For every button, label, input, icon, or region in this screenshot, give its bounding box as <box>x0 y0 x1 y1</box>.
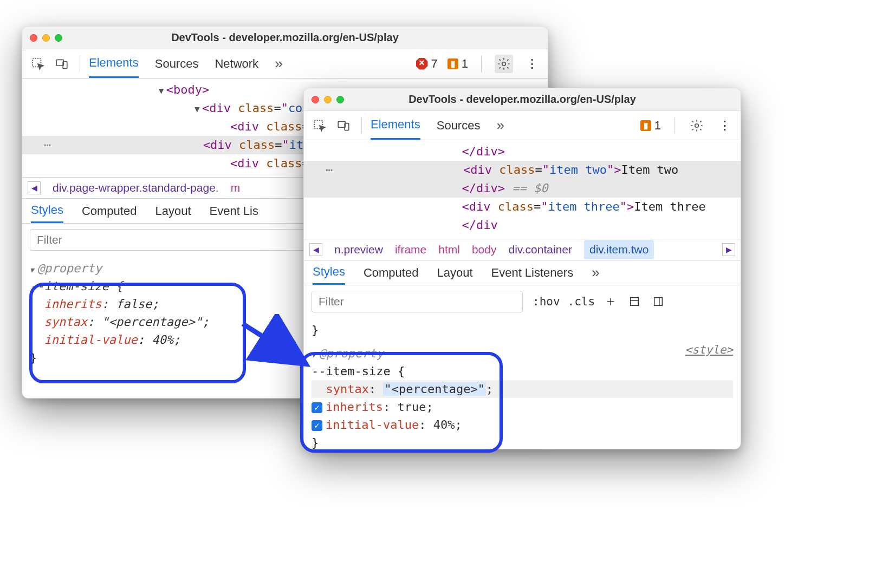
svg-rect-8 <box>631 298 639 306</box>
breadcrumb-item[interactable]: body <box>472 243 497 256</box>
dom-node[interactable]: ⋯ <div class="item two">Item two <box>304 161 741 179</box>
style-source-link[interactable]: <style> <box>685 342 733 359</box>
issue-icon: ▮ <box>640 120 651 131</box>
property-enable-checkbox[interactable]: ✓ <box>312 402 322 413</box>
close-window-btn[interactable] <box>30 34 37 42</box>
more-tabs-chevron-icon[interactable]: » <box>496 117 501 134</box>
tab-sources[interactable]: Sources <box>155 50 199 77</box>
breadcrumb-scroll-left-icon[interactable]: ◀ <box>28 181 41 194</box>
fullscreen-window-btn[interactable] <box>336 96 344 103</box>
property-enable-checkbox[interactable]: ✓ <box>312 420 322 431</box>
subtab-event-listeners[interactable]: Event Lis <box>210 200 259 223</box>
status-area: 7 ▮1 ⋮ <box>416 55 542 73</box>
tab-elements[interactable]: Elements <box>371 111 420 140</box>
styles-toolbar: :hov .cls <box>533 293 666 310</box>
styles-filter-input[interactable] <box>312 291 523 312</box>
more-subtabs-chevron-icon[interactable]: » <box>592 264 596 281</box>
breadcrumb-item-active[interactable]: div.item.two <box>584 240 654 259</box>
cls-toggle[interactable]: .cls <box>568 295 595 308</box>
devtools-toolbar: Elements Sources Network » 7 ▮1 ⋮ <box>22 49 548 79</box>
svg-rect-5 <box>338 121 345 127</box>
css-property-value: true <box>397 400 426 414</box>
device-toolbar-icon[interactable] <box>53 55 71 73</box>
settings-gear-icon[interactable] <box>688 116 706 135</box>
breadcrumb-item[interactable]: html <box>438 243 460 256</box>
minimize-window-btn[interactable] <box>324 96 332 103</box>
subtab-computed[interactable]: Computed <box>82 200 137 223</box>
settings-gear-icon[interactable] <box>495 55 513 73</box>
minimize-window-btn[interactable] <box>42 34 50 42</box>
subtab-layout[interactable]: Layout <box>155 200 191 223</box>
status-area: ▮1 ⋮ <box>640 116 734 135</box>
rendering-panel-icon[interactable] <box>650 293 666 310</box>
dom-node[interactable]: </div> <box>304 142 741 161</box>
subtab-styles[interactable]: Styles <box>31 199 63 223</box>
styles-filter-row: :hov .cls <box>304 285 741 318</box>
svg-point-3 <box>502 62 506 66</box>
css-property-value: false <box>116 297 152 311</box>
dom-node[interactable]: </div> == $0 <box>304 179 741 198</box>
panel-tabs: Elements Sources » <box>371 111 635 140</box>
issue-count[interactable]: ▮1 <box>640 119 661 133</box>
css-selector[interactable]: --item-size { <box>312 362 733 380</box>
subtab-computed[interactable]: Computed <box>364 262 419 284</box>
tab-sources[interactable]: Sources <box>437 112 481 139</box>
css-declaration[interactable]: syntax: "<percentage>"; <box>312 380 733 398</box>
tab-elements[interactable]: Elements <box>89 49 139 78</box>
separator <box>80 56 80 72</box>
inspect-element-icon[interactable] <box>310 116 329 135</box>
at-rule-label[interactable]: @property <box>30 262 102 275</box>
breadcrumb-scroll-right-icon[interactable]: ▶ <box>722 243 735 256</box>
breadcrumb-item[interactable]: iframe <box>395 243 426 256</box>
window-title: DevTools - developer.mozilla.org/en-US/p… <box>22 31 548 44</box>
css-declaration[interactable]: ✓initial-value: 40%; <box>312 416 733 434</box>
devtools-toolbar: Elements Sources » ▮1 ⋮ <box>304 111 741 140</box>
hov-toggle[interactable]: :hov <box>533 295 560 308</box>
device-toolbar-icon[interactable] <box>334 116 353 135</box>
kebab-menu-icon[interactable]: ⋮ <box>716 116 734 135</box>
svg-point-7 <box>695 123 699 127</box>
dom-node[interactable]: <div class="item three">Item three <box>304 198 741 216</box>
titlebar[interactable]: DevTools - developer.mozilla.org/en-US/p… <box>304 88 741 111</box>
error-count[interactable]: 7 <box>416 57 438 71</box>
titlebar[interactable]: DevTools - developer.mozilla.org/en-US/p… <box>22 27 548 49</box>
css-property-value: 40% <box>433 418 455 432</box>
breadcrumb-item[interactable]: m <box>231 181 241 194</box>
window-controls <box>312 96 344 103</box>
dom-node[interactable]: </div <box>304 216 741 234</box>
breadcrumb-item[interactable]: div.page-wrapper.standard-page. <box>53 181 219 194</box>
computed-styles-sidebar-icon[interactable] <box>626 293 643 310</box>
css-close-brace: } <box>312 321 733 339</box>
at-rule-label[interactable]: @property <box>312 347 384 360</box>
new-style-rule-icon[interactable] <box>602 293 619 310</box>
issue-count-value: 1 <box>654 119 661 133</box>
breadcrumb-scroll-left-icon[interactable]: ◀ <box>309 243 322 256</box>
separator <box>481 56 482 72</box>
issue-count-value: 1 <box>462 57 468 71</box>
more-tabs-chevron-icon[interactable]: » <box>275 55 279 72</box>
subtab-event-listeners[interactable]: Event Listeners <box>491 262 574 284</box>
breadcrumb-item[interactable]: n.preview <box>334 243 383 256</box>
dom-text: Item two <box>621 163 678 177</box>
breadcrumb-item[interactable]: div.container <box>508 243 572 256</box>
subtab-styles[interactable]: Styles <box>313 260 345 285</box>
inspect-element-icon[interactable] <box>29 55 47 73</box>
css-property-value: 40% <box>152 333 173 347</box>
css-property-name: initial-value <box>44 333 138 347</box>
error-count-value: 7 <box>431 57 438 71</box>
css-close-brace: } <box>312 434 733 449</box>
close-window-btn[interactable] <box>312 96 319 103</box>
issue-count[interactable]: ▮1 <box>448 57 468 71</box>
kebab-menu-icon[interactable]: ⋮ <box>523 55 541 73</box>
styles-rules[interactable]: } @property <style> --item-size { syntax… <box>304 318 741 449</box>
css-declaration[interactable]: ✓inherits: true; <box>312 398 733 416</box>
css-property-value[interactable]: "<percentage>" <box>383 382 485 396</box>
tab-network[interactable]: Network <box>215 50 258 77</box>
css-property-name: syntax <box>326 382 369 396</box>
css-property-name: syntax <box>44 315 87 329</box>
dom-tree[interactable]: </div> ⋯ <div class="item two">Item two … <box>304 140 741 239</box>
breadcrumb[interactable]: ◀ n.preview iframe html body div.contain… <box>304 239 741 260</box>
devtools-window-2: DevTools - developer.mozilla.org/en-US/p… <box>303 88 741 449</box>
fullscreen-window-btn[interactable] <box>55 34 62 42</box>
subtab-layout[interactable]: Layout <box>437 262 472 284</box>
